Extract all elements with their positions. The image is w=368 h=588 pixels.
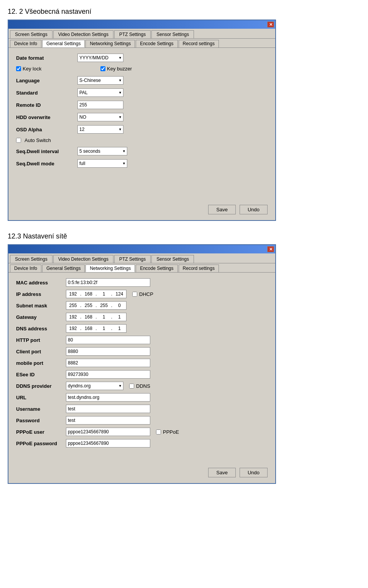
mobile-port-input[interactable] [66, 359, 150, 367]
dns-part-1[interactable] [66, 325, 80, 332]
dns-part-2[interactable] [82, 325, 95, 332]
subnet-part-4[interactable] [113, 302, 126, 309]
pppoe-label: PPPoE [163, 429, 179, 435]
subnet-input-group: . . . [66, 301, 127, 310]
dns-label: DNS address [16, 326, 66, 332]
client-port-input[interactable] [66, 347, 150, 356]
ip-part-3[interactable] [97, 290, 111, 298]
subtab-general-settings-2[interactable]: General Settings [42, 265, 85, 272]
undo-button-1[interactable]: Undo [240, 205, 268, 214]
dialog1-titlebar: ✕ [8, 20, 275, 29]
pppoe-user-input[interactable] [66, 428, 150, 436]
seq-dwell-mode-select[interactable]: full [77, 159, 127, 168]
ddns-checkbox[interactable] [129, 384, 134, 389]
subtab-record-settings-2[interactable]: Record settings [179, 265, 219, 272]
ddns-provider-select[interactable]: dyndns.org [66, 382, 123, 390]
close-button-2[interactable]: ✕ [267, 246, 274, 252]
subnet-part-1[interactable] [66, 302, 80, 309]
seq-dwell-interval-select[interactable]: 5 seconds [77, 147, 127, 155]
auto-switch-row: Auto Switch [16, 137, 268, 143]
tab-video-detection-1[interactable]: Video Detection Settings [53, 30, 113, 38]
undo-button-2[interactable]: Undo [240, 468, 268, 477]
dns-part-3[interactable] [97, 325, 111, 332]
key-lock-checkbox[interactable] [16, 66, 21, 71]
hdd-overwrite-row: HDD overwrite NO [16, 113, 268, 121]
ip-part-2[interactable] [82, 290, 95, 298]
date-format-row: Date format YYYY/MM/DD [16, 54, 268, 62]
date-format-select[interactable]: YYYY/MM/DD [77, 54, 123, 62]
dhcp-checkbox[interactable] [132, 292, 137, 297]
subtab-device-info-1[interactable]: Device Info [10, 40, 41, 47]
tab-ptz-settings-1[interactable]: PTZ Settings [114, 30, 151, 38]
subtab-networking-1[interactable]: Networking Settings [85, 40, 135, 47]
key-buzzer-checkbox[interactable] [100, 66, 105, 71]
save-button-2[interactable]: Save [208, 468, 236, 477]
tab-screen-settings-1[interactable]: Screen Settings [10, 30, 53, 38]
subtab-general-settings-1[interactable]: General Settings [42, 40, 85, 47]
password-input[interactable] [66, 416, 150, 425]
pppoe-password-input[interactable] [66, 439, 150, 448]
esee-row: ESee ID [16, 370, 268, 379]
mac-label: MAC address [16, 280, 66, 286]
ip-label: IP address [16, 291, 66, 297]
osd-alpha-select[interactable]: 12 [77, 125, 123, 134]
gateway-part-4[interactable] [113, 313, 126, 321]
subtab-device-info-2[interactable]: Device Info [10, 265, 41, 272]
dialog1: ✕ Screen Settings Video Detection Settin… [8, 20, 276, 221]
dhcp-label: DHCP [139, 291, 153, 297]
tab-ptz-settings-2[interactable]: PTZ Settings [114, 255, 151, 263]
standard-select[interactable]: PAL [77, 88, 123, 97]
url-row: URL [16, 393, 268, 402]
subnet-part-2[interactable] [82, 302, 95, 309]
pppoe-user-label: PPPoE user [16, 429, 66, 435]
seq-dwell-mode-label: Seq.Dwell mode [16, 161, 77, 167]
ip-part-4[interactable] [113, 290, 126, 298]
dns-part-4[interactable] [113, 325, 126, 332]
ip-part-1[interactable] [66, 290, 80, 298]
pppoe-checkbox[interactable] [156, 430, 161, 434]
seq-dwell-interval-select-wrapper: 5 seconds [77, 147, 127, 155]
pppoe-group: PPPoE [156, 429, 179, 435]
hdd-overwrite-select[interactable]: NO [77, 113, 123, 121]
gateway-part-2[interactable] [82, 313, 95, 321]
dialog1-buttons: Save Undo [8, 201, 275, 220]
url-input[interactable] [66, 393, 150, 402]
mac-row: MAC address [16, 278, 268, 287]
tab-bar-1: Screen Settings Video Detection Settings… [8, 29, 275, 39]
gateway-part-3[interactable] [97, 313, 111, 321]
username-input[interactable] [66, 405, 150, 413]
gateway-row: Gateway . . . [16, 313, 268, 321]
mobile-port-row: mobile port [16, 359, 268, 367]
gateway-part-1[interactable] [66, 313, 80, 321]
username-row: Username [16, 405, 268, 413]
ip-input-group: . . . [66, 290, 127, 298]
subtab-record-settings-1[interactable]: Record settings [179, 40, 219, 47]
standard-select-wrapper: PAL [77, 88, 123, 97]
save-button-1[interactable]: Save [208, 205, 236, 214]
http-port-input[interactable] [66, 336, 150, 344]
esee-input[interactable] [66, 370, 150, 379]
dialog1-content: Date format YYYY/MM/DD Key lock Key buzz… [8, 48, 275, 201]
tab-screen-settings-2[interactable]: Screen Settings [10, 255, 53, 263]
key-lock-label: Key lock [23, 66, 41, 72]
tab-sensor-settings-1[interactable]: Sensor Settings [151, 30, 194, 38]
tab-sensor-settings-2[interactable]: Sensor Settings [151, 255, 194, 263]
tab-video-detection-2[interactable]: Video Detection Settings [53, 255, 113, 263]
subtab-encode-settings-1[interactable]: Encode Settings [136, 40, 177, 47]
subnet-part-3[interactable] [97, 302, 111, 309]
auto-switch-checkbox[interactable] [16, 138, 21, 143]
remote-id-input[interactable] [77, 101, 123, 109]
ip-row: IP address . . . DHCP [16, 290, 268, 298]
subtab-networking-2[interactable]: Networking Settings [85, 265, 135, 272]
section1-heading: 12. 2 Všeobecná nastavení [8, 8, 360, 16]
subnet-row: Subnet mask . . . [16, 301, 268, 310]
client-port-label: Client port [16, 349, 66, 354]
gateway-label: Gateway [16, 314, 66, 320]
close-button-1[interactable]: ✕ [267, 21, 274, 28]
gateway-input-group: . . . [66, 313, 127, 321]
language-select[interactable]: S-Chinese [77, 76, 123, 85]
key-buzzer-label: Key buzzer [107, 66, 132, 72]
subtab-encode-settings-2[interactable]: Encode Settings [136, 265, 177, 272]
ddns-provider-label: DDNS provider [16, 383, 66, 389]
mac-input[interactable] [66, 278, 150, 287]
